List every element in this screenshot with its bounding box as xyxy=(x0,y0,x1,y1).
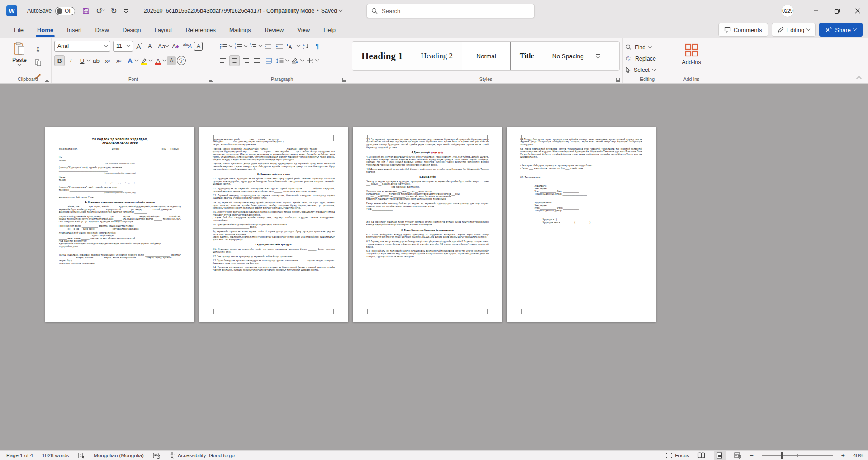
account-avatar[interactable]: 0229 xyxy=(781,5,794,17)
tab-mailings[interactable]: Mailings xyxy=(223,23,258,37)
chevron-down-icon[interactable] xyxy=(315,58,319,61)
editing-mode-button[interactable]: Editing xyxy=(772,23,816,37)
addins-button[interactable]: Add-ins xyxy=(675,40,708,66)
chevron-down-icon[interactable] xyxy=(229,43,232,47)
font-dialog-launcher[interactable] xyxy=(209,78,213,82)
phonetic-guide-button[interactable]: abcA xyxy=(182,41,194,52)
change-case-button[interactable]: Aa xyxy=(157,41,170,52)
tab-help[interactable]: Help xyxy=(317,23,342,37)
chevron-down-icon[interactable] xyxy=(149,58,152,61)
zoom-in-button[interactable]: + xyxy=(841,452,845,459)
zoom-level[interactable]: 40% xyxy=(853,453,863,458)
text-predictions-button[interactable] xyxy=(153,452,160,459)
autosave-toggle[interactable]: Off xyxy=(55,7,75,15)
collapse-ribbon-icon[interactable] xyxy=(856,76,861,81)
chevron-down-icon[interactable] xyxy=(244,43,247,47)
word-count[interactable]: 1028 words xyxy=(42,453,69,458)
subscript-button[interactable]: x2 xyxy=(102,55,113,66)
restore-button[interactable] xyxy=(826,0,847,22)
chevron-down-icon[interactable] xyxy=(297,43,300,47)
decrease-indent-button[interactable] xyxy=(263,41,273,52)
asian-layout-button[interactable]: A xyxy=(285,41,296,52)
bullets-button[interactable] xyxy=(218,41,228,52)
show-formatting-marks-button[interactable]: ¶ xyxy=(312,41,323,52)
text-effects-button[interactable]: A xyxy=(125,55,135,66)
enclose-characters-button[interactable]: 字 xyxy=(177,56,186,65)
borders-button[interactable] xyxy=(304,55,315,66)
document-page[interactable]: 3.5. Эд хөрөнгийг хүлээн авахдаа энэ гэр… xyxy=(353,127,502,322)
customize-qat-icon[interactable] xyxy=(123,9,128,14)
document-page[interactable]: 6.4.Талууд байгуулах гэрээ, худалдагдсан… xyxy=(507,127,656,322)
find-button[interactable]: Find xyxy=(626,42,669,52)
document-page[interactable]: Худалдан авагчаас үнийг ________ оны ___… xyxy=(199,127,348,322)
style-heading2[interactable]: Heading 2 xyxy=(412,42,462,70)
zoom-slider-thumb[interactable] xyxy=(781,452,783,459)
align-left-button[interactable] xyxy=(218,55,228,66)
grow-font-button[interactable]: Aˆ xyxy=(134,41,144,52)
redo-icon[interactable]: ↻ xyxy=(111,6,117,16)
zoom-slider[interactable] xyxy=(762,455,833,456)
character-border-button[interactable]: A xyxy=(194,42,203,51)
tab-home[interactable]: Home xyxy=(30,23,60,37)
character-shading-button[interactable]: A xyxy=(167,56,176,65)
cut-button[interactable]: ✂ xyxy=(33,44,43,54)
justify-button[interactable] xyxy=(252,55,262,66)
chevron-down-icon[interactable] xyxy=(300,58,304,61)
focus-button[interactable]: Focus xyxy=(666,452,689,459)
sort-button[interactable]: AZ xyxy=(301,41,311,52)
replace-button[interactable]: bc Replace xyxy=(626,54,669,63)
multilevel-list-button[interactable]: 1ai xyxy=(248,41,258,52)
zoom-out-button[interactable]: − xyxy=(750,452,754,459)
proofing-errors-button[interactable] xyxy=(78,452,85,459)
tab-view[interactable]: View xyxy=(290,23,317,37)
paragraph-dialog-launcher[interactable] xyxy=(342,78,346,82)
close-button[interactable] xyxy=(847,0,868,22)
align-center-button[interactable] xyxy=(229,55,240,66)
style-no-spacing[interactable]: No Spacing xyxy=(543,42,593,70)
distribute-text-button[interactable] xyxy=(263,55,274,66)
font-name-select[interactable]: Arial xyxy=(54,41,110,52)
shading-button[interactable] xyxy=(289,55,300,66)
minimize-button[interactable] xyxy=(806,0,826,22)
numbering-button[interactable]: 123 xyxy=(233,41,243,52)
tab-references[interactable]: References xyxy=(179,23,222,37)
save-icon[interactable] xyxy=(82,7,90,14)
chevron-down-icon[interactable] xyxy=(87,58,90,61)
font-size-select[interactable]: 11 xyxy=(113,41,133,52)
search-input[interactable]: Search xyxy=(366,4,535,18)
web-layout-button[interactable] xyxy=(732,451,744,460)
tab-layout[interactable]: Layout xyxy=(147,23,179,37)
select-button[interactable]: Select xyxy=(626,65,669,75)
chevron-down-icon[interactable] xyxy=(163,58,166,61)
tab-design[interactable]: Design xyxy=(116,23,147,37)
style-title[interactable]: Title xyxy=(511,42,543,70)
comments-button[interactable]: Comments xyxy=(718,23,768,37)
document-title[interactable]: 202510_6c1b156a205b43bdaf799f1626e4a17f … xyxy=(144,8,342,14)
font-color-button[interactable]: A xyxy=(153,55,163,66)
copy-button[interactable] xyxy=(33,57,43,68)
tab-review[interactable]: Review xyxy=(258,23,291,37)
accessibility-status[interactable]: Accessibility: Good to go xyxy=(169,452,235,459)
highlight-color-button[interactable] xyxy=(139,55,149,66)
align-right-button[interactable] xyxy=(241,55,251,66)
styles-dialog-launcher[interactable] xyxy=(616,78,620,82)
shrink-font-button[interactable]: Aˇ xyxy=(145,41,156,52)
chevron-down-icon[interactable] xyxy=(135,58,138,61)
underline-button[interactable]: U xyxy=(77,55,87,66)
document-page[interactable]: ҮЛ ХӨДЛӨХ ЭД ХӨРӨНГӨ ХУДАЛДАХ, ХУДАЛДАН … xyxy=(45,127,194,322)
bold-button[interactable]: B xyxy=(54,55,65,66)
language-indicator[interactable]: Mongolian (Mongolia) xyxy=(94,453,144,458)
italic-button[interactable]: I xyxy=(66,55,76,66)
line-spacing-button[interactable] xyxy=(275,55,285,66)
read-mode-button[interactable] xyxy=(696,451,707,460)
print-layout-button[interactable] xyxy=(714,451,726,460)
styles-more-button[interactable] xyxy=(593,42,602,70)
clipboard-dialog-launcher[interactable] xyxy=(45,78,49,82)
superscript-button[interactable]: x2 xyxy=(114,55,124,66)
chevron-down-icon[interactable] xyxy=(259,43,262,47)
page-indicator[interactable]: Page 1 of 4 xyxy=(6,453,33,458)
strikethrough-button[interactable]: ab xyxy=(91,55,101,66)
undo-icon[interactable]: ↺ xyxy=(96,6,104,16)
style-heading1[interactable]: Heading 1 xyxy=(352,42,412,70)
increase-indent-button[interactable] xyxy=(274,41,285,52)
